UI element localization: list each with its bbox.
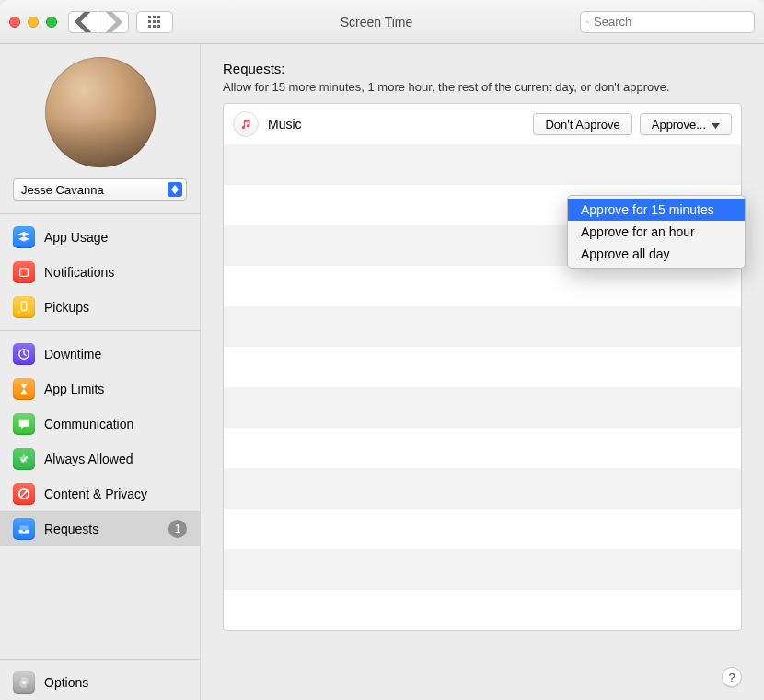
help-icon-label: ? [728, 671, 735, 684]
sidebar-item-communication[interactable]: Communication [0, 407, 200, 442]
sidebar-item-notifications[interactable]: Notifications [0, 255, 200, 290]
zoom-icon[interactable] [46, 17, 57, 28]
list-row [224, 266, 741, 306]
sidebar-item-app-limits[interactable]: App Limits [0, 372, 200, 407]
gear-icon [13, 671, 35, 694]
list-row [224, 590, 741, 630]
bell-icon [13, 261, 35, 283]
panel-subtitle: Allow for 15 more minutes, 1 more hour, … [223, 80, 742, 94]
sidebar-item-label: Notifications [44, 265, 187, 280]
sidebar-item-label: App Usage [44, 230, 187, 245]
dont-approve-button[interactable]: Don't Approve [533, 113, 631, 135]
list-row [224, 387, 741, 428]
close-icon[interactable] [9, 17, 20, 28]
window-title: Screen Time [173, 15, 580, 29]
window-controls [9, 17, 57, 28]
user-name-label: Jesse Cavanna [21, 183, 104, 197]
approve-button[interactable]: Approve... [640, 113, 732, 135]
clock-icon [13, 343, 35, 365]
grid-icon [148, 16, 161, 29]
approve-menu-item[interactable]: Approve for 15 minutes [568, 199, 745, 221]
titlebar: Screen Time [0, 0, 764, 44]
sidebar-item-label: Pickups [44, 300, 187, 315]
sidebar-item-pickups[interactable]: Pickups [0, 290, 200, 325]
hourglass-icon [13, 378, 35, 400]
search-input[interactable] [594, 15, 748, 29]
sidebar-item-label: Always Allowed [44, 452, 187, 466]
options-label: Options [44, 675, 187, 690]
chevron-down-icon [712, 118, 720, 132]
bubble-icon [13, 413, 35, 435]
forward-button[interactable] [98, 12, 128, 32]
check-icon [13, 448, 35, 470]
sidebar-item-label: Content & Privacy [44, 487, 187, 501]
list-row [224, 468, 741, 509]
divider [0, 330, 200, 331]
pickup-icon [13, 296, 35, 318]
sidebar-item-label: Communication [44, 417, 187, 431]
nosign-icon [13, 483, 35, 505]
list-row [224, 306, 741, 347]
approve-menu-item[interactable]: Approve for an hour [568, 221, 745, 243]
badge: 1 [168, 520, 187, 538]
svg-rect-0 [20, 269, 29, 277]
requests-list: MusicDon't ApproveApprove... [223, 103, 742, 631]
show-all-button[interactable] [136, 11, 173, 33]
tray-icon [13, 518, 35, 540]
minimize-icon[interactable] [28, 17, 39, 28]
approve-menu-item[interactable]: Approve all day [568, 243, 745, 265]
list-row [224, 428, 741, 468]
avatar[interactable] [45, 57, 156, 167]
sidebar-item-label: Requests [44, 522, 159, 536]
user-select[interactable]: Jesse Cavanna [13, 178, 187, 201]
app-name-label: Music [268, 117, 302, 132]
divider [0, 659, 200, 660]
svg-rect-1 [21, 302, 26, 311]
main-panel: Requests: Allow for 15 more minutes, 1 m… [201, 44, 764, 700]
divider [0, 213, 200, 214]
list-row [224, 549, 741, 590]
sidebar-item-options[interactable]: Options [0, 665, 200, 700]
sidebar-item-label: Downtime [44, 347, 187, 361]
sidebar-item-content-privacy[interactable]: Content & Privacy [0, 476, 200, 511]
help-button[interactable]: ? [722, 667, 742, 687]
approve-menu: Approve for 15 minutesApprove for an hou… [567, 195, 746, 269]
sidebar-item-requests[interactable]: Requests1 [0, 511, 200, 546]
sidebar-item-downtime[interactable]: Downtime [0, 337, 200, 372]
list-row [224, 144, 741, 185]
stack-icon [13, 226, 35, 248]
nav-back-forward [68, 11, 129, 33]
sidebar-item-label: App Limits [44, 382, 187, 396]
back-button[interactable] [69, 12, 98, 32]
list-row [224, 509, 741, 549]
panel-title: Requests: [223, 61, 742, 76]
sidebar-item-always-allowed[interactable]: Always Allowed [0, 442, 200, 476]
chevron-updown-icon [168, 182, 182, 197]
sidebar: Jesse Cavanna App UsageNotificationsPick… [0, 44, 201, 700]
search-field[interactable] [580, 11, 755, 33]
list-row: MusicDon't ApproveApprove... [224, 104, 741, 144]
music-icon [233, 111, 259, 137]
search-icon [586, 16, 589, 29]
list-row [224, 347, 741, 387]
sidebar-item-app-usage[interactable]: App Usage [0, 220, 200, 255]
sidebar-list: App UsageNotificationsPickupsDowntimeApp… [0, 220, 200, 546]
